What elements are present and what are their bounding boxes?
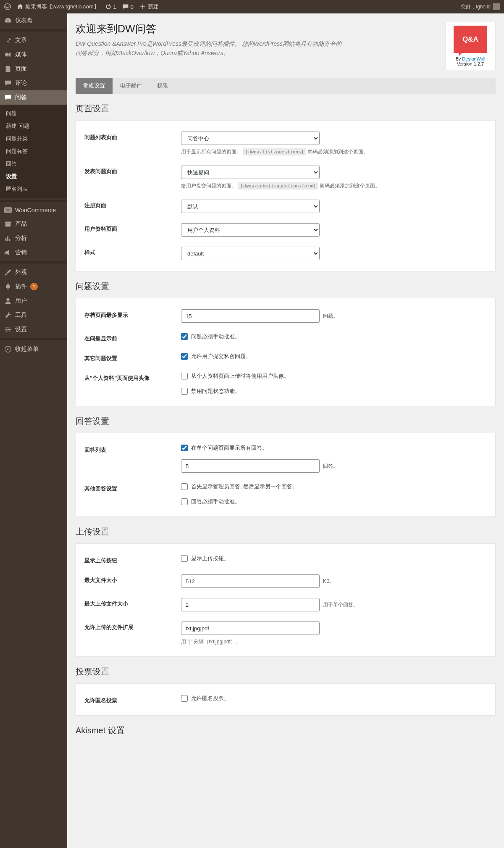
chk-admin-first[interactable]	[181, 483, 188, 490]
wp-logo[interactable]	[4, 3, 11, 10]
menu-settings[interactable]: 设置	[0, 322, 67, 337]
comments-count: 0	[131, 4, 134, 10]
suffix-archive: 问题。	[323, 313, 338, 320]
section-page: 页面设置	[76, 103, 496, 114]
menu-plugins[interactable]: 插件1	[0, 279, 67, 294]
select-register[interactable]: 默认	[181, 200, 320, 213]
sub-settings[interactable]: 设置	[0, 170, 67, 183]
sub-anon[interactable]: 匿名列表	[0, 183, 67, 195]
chk-show-upload[interactable]	[181, 555, 188, 562]
brush-icon	[4, 269, 12, 276]
user-icon	[4, 297, 12, 305]
sub-question-cat[interactable]: 问题分类	[0, 132, 67, 145]
input-answers-per	[181, 459, 320, 473]
label-allowed-ext: 允许上传的文件扩展	[84, 622, 181, 631]
label-other-a: 其他回答设置	[84, 483, 181, 492]
section-akismet: Akismet 设置	[76, 725, 496, 736]
plugin-info-box: Q&A By DesignWall Version 1.2.7	[445, 22, 496, 70]
select-submit-page[interactable]: 快速提问	[181, 166, 320, 179]
label-archive-max: 存档页面最多显示	[84, 309, 181, 319]
menu-posts[interactable]: 文章	[0, 33, 67, 47]
chk-show-all-answers[interactable]	[181, 445, 188, 451]
chart-icon	[4, 234, 12, 242]
menu-dashboard[interactable]: 仪表盘	[0, 13, 67, 28]
svg-point-2	[6, 298, 9, 301]
label-max-file: 最大文件大小	[84, 574, 181, 584]
tabs: 常规设置 电子邮件 权限	[76, 78, 496, 94]
section-upload: 上传设置	[76, 526, 496, 537]
updates[interactable]: 1	[105, 3, 116, 10]
updates-count: 1	[113, 4, 116, 10]
tab-general[interactable]: 常规设置	[76, 78, 113, 94]
menu-tools[interactable]: 工具	[0, 308, 67, 322]
sub-questions[interactable]: 问题	[0, 107, 67, 120]
tab-email[interactable]: 电子邮件	[113, 78, 150, 94]
plus-icon	[139, 3, 146, 10]
menu-users[interactable]: 用户	[0, 294, 67, 308]
suffix-per-answer: 用于单个回答。	[323, 601, 358, 608]
greeting[interactable]: 您好，tghello	[461, 3, 491, 11]
menu-appearance[interactable]: 外观	[0, 265, 67, 279]
content: 欢迎来到DW问答 DW Question &Answer Pro是WordPre…	[67, 13, 504, 848]
chk-manual-approve[interactable]	[181, 333, 188, 340]
sliders-icon	[4, 326, 12, 333]
menu-products[interactable]: 产品	[0, 217, 67, 231]
select-style[interactable]: default	[181, 247, 320, 260]
input-max-upload[interactable]	[181, 598, 320, 611]
avatar[interactable]	[493, 3, 500, 10]
suffix-answers: 回答。	[323, 463, 338, 470]
menu-qa[interactable]: 问答	[0, 90, 67, 105]
menu-media[interactable]: 媒体	[0, 47, 67, 62]
label-register: 注册页面	[84, 200, 181, 209]
sub-new-question[interactable]: 新建 问题	[0, 120, 67, 132]
gauge-icon	[4, 17, 12, 24]
menu-marketing[interactable]: 营销	[0, 245, 67, 260]
plug-icon	[4, 283, 12, 290]
comments[interactable]: 0	[122, 3, 134, 10]
label-show-upload: 显示上传按钮	[84, 555, 181, 564]
home-icon	[17, 3, 24, 10]
suffix-kb: KB。	[323, 578, 335, 585]
chk-disable-status[interactable]	[181, 388, 188, 395]
menu-collapse[interactable]: 收起菜单	[0, 342, 67, 356]
chk-private-q[interactable]	[181, 353, 188, 360]
woo-icon: W	[4, 207, 12, 213]
input-allowed-ext[interactable]	[181, 622, 320, 635]
site-home[interactable]: 糖果博客【www.tghello.com】	[17, 3, 99, 11]
menu-analytics[interactable]: 分析	[0, 231, 67, 245]
sub-question-tag[interactable]: 问题标签	[0, 145, 67, 158]
input-archive-max[interactable]	[181, 309, 320, 323]
plugins-badge: 1	[30, 283, 38, 290]
menu-woocommerce[interactable]: WWooCommerce	[0, 203, 67, 217]
tab-permissions[interactable]: 权限	[150, 78, 176, 94]
megaphone-icon	[4, 249, 12, 256]
menu-pages[interactable]: 页面	[0, 62, 67, 76]
select-question-list[interactable]: 问答中心	[181, 132, 320, 145]
new-content[interactable]: 新建	[139, 3, 159, 11]
chk-anon-vote[interactable]	[181, 695, 188, 702]
wrench-icon	[4, 311, 12, 319]
help-question-list: 用于显示所有问题的页面。 [dwqa-list-questions] 简码必须添…	[181, 148, 487, 155]
chk-answer-approve[interactable]	[181, 498, 188, 505]
page-title: 欢迎来到DW问答	[76, 22, 437, 36]
chat-icon	[4, 94, 12, 101]
refresh-icon	[105, 3, 112, 10]
label-anon-vote: 允许匿名投票	[84, 695, 181, 704]
menu-comments[interactable]: 评论	[0, 76, 67, 90]
help-allowed-ext: 用 "|" 分隔（txt|jpg|pdf）。	[181, 638, 487, 645]
author-link[interactable]: DesignWall	[462, 56, 485, 61]
select-profile[interactable]: 用户个人资料	[181, 223, 320, 237]
svg-point-1	[5, 53, 9, 57]
pin-icon	[4, 37, 12, 44]
media-icon	[4, 51, 12, 58]
chk-use-profile-avatar[interactable]	[181, 373, 188, 379]
sub-answers[interactable]: 回答	[0, 158, 67, 170]
label-other-q: 其它问题设置	[84, 353, 181, 362]
label-submit-page: 发表问题页面	[84, 166, 181, 175]
label-question-list: 问题列表页面	[84, 132, 181, 141]
section-answer: 回答设置	[76, 416, 496, 427]
page-description: DW Question &Answer Pro是WordPress最受欢迎的问答…	[76, 39, 344, 58]
admin-toolbar: 糖果博客【www.tghello.com】 1 0 新建 您好，tghello	[0, 0, 504, 13]
version: Version 1.2.7	[449, 61, 492, 66]
input-max-file[interactable]	[181, 574, 320, 588]
